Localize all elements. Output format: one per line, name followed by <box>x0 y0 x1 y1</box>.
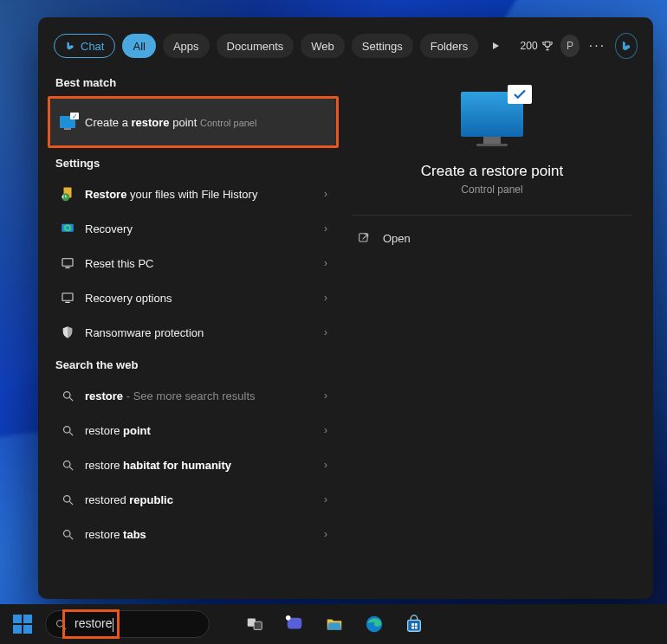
reset-icon <box>59 254 76 272</box>
taskbar-store[interactable] <box>397 607 431 641</box>
svg-point-10 <box>63 426 70 433</box>
filehistory-icon <box>59 185 76 203</box>
svg-point-12 <box>63 460 70 467</box>
best-match-title: Create a restore point <box>85 116 197 129</box>
monitor-check-icon: ✓ <box>59 113 76 131</box>
divider <box>352 215 632 216</box>
more-filters-button[interactable] <box>485 34 506 58</box>
filter-apps[interactable]: Apps <box>163 34 210 58</box>
detail-hero-icon <box>352 83 632 140</box>
result-web-1[interactable]: restore point › <box>50 413 336 448</box>
filter-folders-label: Folders <box>431 40 468 53</box>
search-panel: Chat All Apps Documents Web Settings Fol… <box>38 17 653 599</box>
filter-chat[interactable]: Chat <box>54 34 115 58</box>
svg-point-19 <box>57 620 64 627</box>
taskbar-taskview[interactable] <box>237 607 272 641</box>
start-button[interactable] <box>5 607 40 641</box>
taskbar-search[interactable]: restore <box>45 610 210 638</box>
filter-all-label: All <box>133 40 145 53</box>
filter-settings-label: Settings <box>362 40 403 53</box>
chevron-right-icon: › <box>324 493 329 506</box>
filter-apps-label: Apps <box>173 40 199 53</box>
svg-rect-28 <box>411 623 414 626</box>
chevron-right-icon: › <box>324 424 329 436</box>
svg-line-15 <box>69 501 73 505</box>
svg-line-17 <box>69 536 73 539</box>
taskbar-edge[interactable] <box>357 607 392 641</box>
chevron-right-icon: › <box>324 326 329 338</box>
filter-row: Chat All Apps Documents Web Settings Fol… <box>50 31 641 61</box>
user-avatar[interactable]: P <box>560 35 580 57</box>
result-settings-3[interactable]: Recovery options › <box>50 280 336 315</box>
result-web-3[interactable]: restored republic › <box>50 482 336 517</box>
search-icon <box>59 491 76 508</box>
result-web-0[interactable]: restore - See more search results › <box>50 378 336 413</box>
more-menu[interactable]: ··· <box>586 34 607 58</box>
taskbar-search-text: restore <box>74 616 113 631</box>
detail-subtitle: Control panel <box>352 184 632 196</box>
recovery-icon <box>59 220 76 237</box>
bing-icon <box>620 40 632 52</box>
svg-point-8 <box>63 391 70 398</box>
list-item-label: Recovery options <box>85 292 172 305</box>
svg-rect-7 <box>65 302 69 303</box>
svg-rect-26 <box>408 620 421 631</box>
windows-icon <box>13 615 32 634</box>
result-web-2[interactable]: restore habitat for humanity › <box>50 448 336 482</box>
chevron-right-icon: › <box>324 292 329 304</box>
search-icon <box>59 422 76 439</box>
taskbar: restore <box>0 604 667 644</box>
svg-rect-6 <box>62 293 73 301</box>
svg-point-24 <box>286 615 291 621</box>
filter-all[interactable]: All <box>122 34 155 58</box>
svg-rect-22 <box>254 621 262 629</box>
svg-line-9 <box>69 397 73 401</box>
results-column: Best match ✓ Create a restore point Cont… <box>50 68 336 589</box>
chat-icon <box>285 615 304 634</box>
shield-icon <box>59 324 76 341</box>
svg-line-13 <box>69 467 73 470</box>
result-best-match[interactable]: ✓ Create a restore point Control panel <box>50 99 336 145</box>
list-item-label: Reset this PC <box>85 257 153 270</box>
search-icon <box>59 525 76 543</box>
chevron-right-icon: › <box>324 257 329 269</box>
result-web-4[interactable]: restore tabs › <box>50 517 336 551</box>
filter-web-label: Web <box>311 40 334 53</box>
bing-button[interactable] <box>615 33 638 59</box>
filter-settings[interactable]: Settings <box>352 34 413 58</box>
chevron-right-icon: › <box>324 222 329 235</box>
filter-documents-label: Documents <box>227 40 284 53</box>
svg-point-14 <box>63 495 70 502</box>
rewards-points[interactable]: 200 <box>521 40 554 52</box>
search-icon <box>59 387 76 404</box>
list-item-label: Restore your files with File History <box>85 188 257 201</box>
annotation-best-match-highlight: ✓ Create a restore point Control panel <box>48 96 339 148</box>
result-settings-1[interactable]: Recovery › <box>50 211 336 246</box>
taskbar-chat[interactable] <box>277 607 312 641</box>
action-open[interactable]: Open <box>352 221 632 255</box>
filter-chat-label: Chat <box>81 40 104 53</box>
result-settings-0[interactable]: Restore your files with File History › <box>50 177 336 211</box>
best-match-subtitle: Control panel <box>200 118 256 128</box>
reset-icon <box>59 289 76 306</box>
detail-column: Create a restore point Control panel Ope… <box>336 68 641 589</box>
list-item-label: restore tabs <box>85 528 146 541</box>
taskview-icon <box>245 615 264 634</box>
svg-line-11 <box>69 432 73 435</box>
svg-rect-4 <box>62 259 73 267</box>
section-settings: Settings <box>50 148 336 177</box>
result-settings-4[interactable]: Ransomware protection › <box>50 315 336 350</box>
filter-documents[interactable]: Documents <box>217 34 295 58</box>
svg-rect-30 <box>411 627 414 629</box>
filter-web[interactable]: Web <box>301 34 345 58</box>
chevron-right-icon: › <box>324 528 329 540</box>
store-icon <box>405 615 424 634</box>
taskbar-explorer[interactable] <box>317 607 352 641</box>
action-open-label: Open <box>383 232 411 245</box>
section-search-web: Search the web <box>50 350 336 378</box>
result-settings-2[interactable]: Reset this PC › <box>50 246 336 280</box>
filter-folders[interactable]: Folders <box>420 34 478 58</box>
folder-icon <box>325 615 344 634</box>
search-icon <box>59 456 76 473</box>
rewards-points-value: 200 <box>521 40 538 52</box>
